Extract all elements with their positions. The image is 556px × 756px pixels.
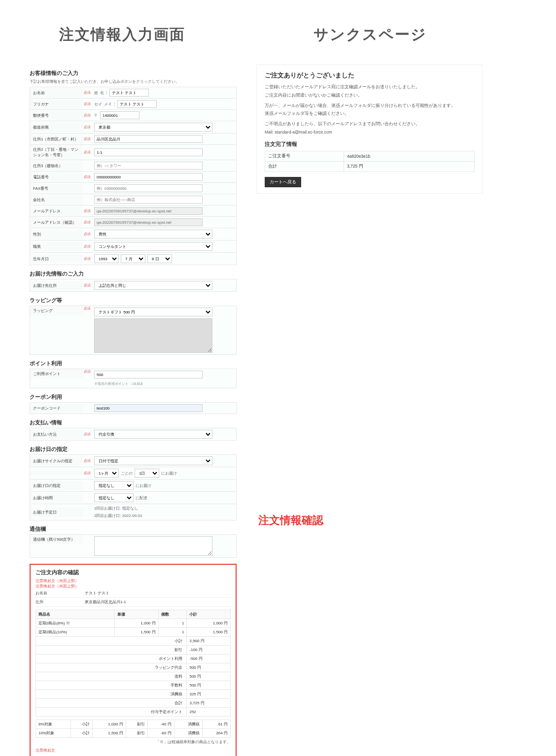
th-product: 商品名 — [36, 610, 115, 619]
section-payment: お支払い情報 — [30, 419, 237, 426]
company-input[interactable] — [94, 196, 203, 204]
confirm-title: ご注文内容の確認 — [35, 569, 231, 576]
birth-year-select[interactable]: 1993 — [94, 254, 119, 263]
cycle-select[interactable]: 日付で指定 — [94, 456, 212, 465]
section-delivery: お届け先情報のご入力 — [30, 270, 237, 277]
order-no-value: 4a820e3e1b — [344, 151, 475, 161]
label-addr3: 住所3（建物名） — [30, 161, 83, 171]
tax-breakdown-table: 8%対象小計1,000 円割引-40 円消費税61 円10%対象小計1,500 … — [35, 720, 231, 738]
wrapping-textarea[interactable] — [94, 318, 212, 353]
label-delivery: お届け先住所 — [30, 281, 83, 290]
required-badge: 必須 — [83, 432, 91, 437]
label-email: メールアドレス — [30, 206, 83, 216]
label-addr2: 住所2（丁目・番地・マンション名・号室） — [30, 145, 83, 160]
required-badge: 必須 — [83, 137, 91, 141]
required-badge: 必須 — [83, 369, 91, 374]
sei-prefix: 姓 — [94, 90, 98, 96]
label-deliv-plan: お届け予定日 — [30, 508, 83, 517]
section-schedule: お届け日の指定 — [30, 446, 237, 453]
addr3-input[interactable] — [94, 162, 203, 170]
cycle-suffix: にお届け — [161, 471, 177, 476]
required-badge: 必須 — [83, 458, 91, 463]
thanks-mail: Mail: standard-a@mail.ec-force.com — [265, 129, 475, 136]
label-company: 会社名 — [30, 195, 83, 205]
zip-input[interactable] — [100, 111, 139, 119]
deliv-time-suffix: に配達 — [136, 495, 147, 501]
section-coupon: クーポン利用 — [30, 393, 237, 401]
deliv-date-select[interactable]: 指定なし — [94, 481, 134, 490]
order-items-table: 商品名 単価 個数 小計 定期2商品(8%) ※1,000 円11,000 円定… — [35, 610, 231, 717]
delivery-select[interactable]: 上記住所と同じ — [94, 281, 212, 290]
label-kana: フリガナ — [30, 100, 83, 109]
required-badge: 必須 — [83, 102, 91, 106]
total-label: 合計 — [265, 161, 344, 172]
email-input[interactable] — [94, 207, 203, 215]
kana-input[interactable] — [117, 100, 157, 108]
section-point: ポイント利用 — [30, 360, 237, 367]
point-input[interactable] — [94, 371, 203, 378]
mei-prefix: 名 — [100, 90, 104, 96]
addr2-input[interactable] — [94, 148, 203, 156]
fax-input[interactable] — [94, 184, 203, 192]
warn-top-2: 注意喚起文（画面上部） — [35, 584, 231, 589]
birth-month-select[interactable]: 7 月 — [121, 254, 145, 263]
summary-row: 消費税325 円 — [36, 690, 231, 699]
summary-row: 合計3,725 円 — [36, 699, 231, 708]
required-badge: 必須 — [83, 232, 91, 237]
summary-row: 送料500 円 — [36, 672, 231, 681]
required-badge: 必須 — [83, 244, 91, 249]
point-balance-note: ※現在の所持ポイント：14,810 — [94, 381, 142, 386]
zip-prefix: 〒 — [94, 113, 98, 118]
reduced-tax-note: 「※」は軽減税率対象の商品となります。 — [35, 740, 231, 745]
summary-row: 割引-100 円 — [36, 646, 231, 654]
thanks-table: ご注文番号4a820e3e1b 合計3,725 円 — [265, 151, 475, 172]
addr1-input[interactable] — [94, 135, 203, 143]
label-addr1: 住所1（市郡区／町・村） — [30, 135, 83, 144]
total-value: 3,725 円 — [344, 161, 475, 172]
required-badge: 必須 — [83, 471, 91, 476]
required-badge: 必須 — [83, 306, 91, 311]
pref-select[interactable]: 東京都 — [94, 123, 212, 132]
memo-textarea[interactable] — [94, 536, 212, 556]
wrapping-select[interactable]: テストギフト 500 円 — [94, 308, 212, 316]
required-badge: 必須 — [83, 90, 91, 95]
thanks-p3: 万が一、メールが届かない場合、迷惑メールフォルダに振り分けられている可能性があり… — [265, 103, 475, 109]
th-subtotal: 小計 — [187, 610, 231, 619]
order-no-label: ご注文番号 — [265, 151, 344, 161]
tel-input[interactable] — [94, 173, 203, 181]
label-point: ご利用ポイント — [30, 369, 83, 378]
job-select[interactable]: コンサルタント — [94, 242, 212, 251]
table-row: 定期2商品(8%) ※1,000 円11,000 円 — [36, 619, 231, 628]
required-badge: 必須 — [83, 283, 91, 288]
thanks-subtitle: 注文完了情報 — [265, 140, 475, 148]
gender-select[interactable]: 男性 — [94, 230, 212, 239]
label-cycle: お届けサイクルの指定 — [30, 456, 83, 466]
required-badge: 必須 — [83, 125, 91, 130]
label-payment: お支払い方法 — [30, 430, 83, 439]
name-input[interactable] — [109, 89, 149, 97]
th-price: 単価 — [115, 610, 159, 619]
label-coupon: クーポンコード — [30, 404, 83, 413]
label-birth: 生年月日 — [30, 254, 83, 264]
label-memo: 通信欄（残り500文字） — [30, 535, 83, 544]
birth-day-select[interactable]: 8 日 — [147, 254, 172, 263]
intro-note: 下記お客様情報を全てご記入いただき、お申し込みボタンをクリックしてください。 — [30, 79, 237, 84]
section-memo: 通信欄 — [30, 525, 237, 533]
label-job: 職業 — [30, 242, 83, 251]
cycle-day-select[interactable]: 1日 — [135, 469, 159, 478]
required-badge: 必須 — [83, 174, 91, 179]
label-deliv-time: お届け時間 — [30, 493, 83, 503]
section-customer: お客様情報のご入力 — [30, 69, 237, 77]
label-pref: 都道府県 — [30, 123, 83, 132]
warn-top-1: 注意喚起文（画面上部） — [35, 578, 231, 584]
thanks-back-button[interactable]: カートへ戻る — [265, 177, 301, 187]
deliv-plan-1: 1回目お届け日: 指定なし — [94, 506, 138, 511]
cycle-month-select[interactable]: 1ヶ月 — [94, 469, 119, 478]
deliv-time-select[interactable]: 指定なし — [94, 493, 134, 502]
payment-select[interactable]: 代金引換 — [94, 430, 212, 439]
cycle-every: ごとの — [121, 471, 133, 476]
email-confirm-input[interactable] — [94, 218, 203, 226]
coupon-input[interactable] — [94, 404, 203, 412]
label-fax: FAX番号 — [30, 184, 83, 193]
thanks-p2: ご注文内容にお間違いがないかご確認ください。 — [265, 92, 475, 99]
